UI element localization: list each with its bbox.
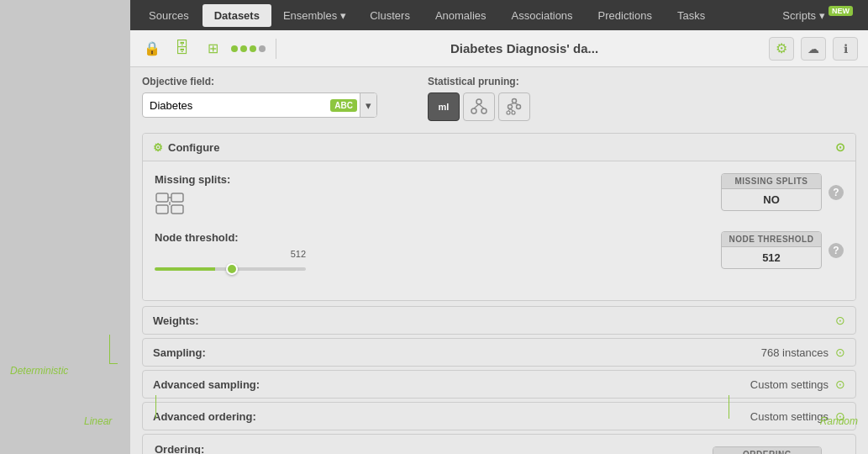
nav-item-clusters[interactable]: Clusters [358,4,422,27]
objective-field-container: ABC ▾ [142,92,377,118]
svg-line-11 [514,103,518,105]
nav-item-associations[interactable]: Associations [500,4,585,27]
sampling-chevron: ⊙ [835,346,845,359]
sampling-value: 768 instances [761,346,829,359]
dot-3 [250,45,256,52]
nav-item-datasets[interactable]: Datasets [203,4,271,27]
pruning-icon-1 [470,98,488,116]
lock-icon: 🔒 [140,37,164,61]
objective-dropdown-arrow[interactable]: ▾ [360,93,376,117]
pruning-tree2-button[interactable] [498,92,530,121]
advanced-ordering-chevron: ⊙ [835,409,845,423]
nav-item-tasks[interactable]: Tasks [665,4,717,27]
statistical-pruning-label: Statistical pruning: [428,76,530,87]
svg-rect-15 [171,193,183,202]
page-title: Diabetes Diagnosis' da... [287,41,762,55]
left-sidebar [0,0,130,454]
node-threshold-help[interactable]: ? [829,243,844,258]
svg-rect-17 [171,205,183,214]
missing-splits-icon [155,191,185,216]
nav-item-ensembles[interactable]: Ensembles ▾ [273,4,356,27]
advanced-sampling-row[interactable]: Advanced sampling: Custom settings ⊙ [142,370,856,399]
svg-point-9 [512,111,515,114]
svg-point-2 [481,108,487,114]
advanced-sampling-label: Advanced sampling: [153,378,260,391]
nav-item-predictions[interactable]: Predictions [587,4,664,27]
dot-2 [240,45,247,52]
configure-chevron[interactable]: ⊙ [835,140,845,154]
missing-splits-value: NO [722,189,821,210]
grid-icon[interactable]: ⊞ [201,37,224,61]
advanced-sampling-value: Custom settings [750,378,829,391]
svg-line-10 [510,103,514,105]
node-threshold-value: 512 [722,247,821,268]
objective-badge: ABC [330,99,357,112]
pruning-ml-button[interactable]: ml [428,92,460,121]
dot-4 [259,45,266,52]
weights-row[interactable]: Weights: ⊙ [142,306,856,335]
chevron-down-icon: ▾ [819,9,825,22]
missing-splits-box: MISSING SPLITS NO [721,173,822,211]
configure-gear-icon: ⚙ [153,141,163,154]
ordering-setting-label: ORDERING [713,447,821,454]
svg-point-7 [517,105,521,109]
ordering-label: Ordering: [155,443,276,454]
cloud-icon[interactable]: ☁ [801,37,826,61]
svg-point-8 [507,111,510,114]
pruning-icon-2 [505,98,523,116]
weights-chevron: ⊙ [835,314,845,327]
configure-label: Configure [168,141,219,154]
svg-point-1 [471,108,476,114]
svg-point-0 [476,99,481,104]
missing-splits-help[interactable]: ? [829,185,844,200]
svg-line-13 [510,109,513,112]
separator [276,39,276,59]
ordering-section: Ordering: [142,434,856,454]
missing-splits-label: Missing splits: [155,173,289,186]
nav-item-sources[interactable]: Sources [137,4,201,27]
svg-rect-14 [156,193,168,202]
svg-point-6 [508,105,513,109]
slider-value-display: 512 [155,249,306,259]
advanced-ordering-label: Advanced ordering: [153,410,256,423]
nav-item-anomalies[interactable]: Anomalies [423,4,498,27]
ordering-box: ORDERING Deterministic [713,446,822,454]
node-threshold-slider[interactable] [155,267,306,271]
dot-1 [231,45,238,52]
sampling-label: Sampling: [153,346,206,359]
svg-line-4 [479,104,484,108]
new-badge: NEW [829,6,853,16]
info-icon[interactable]: ℹ [833,37,858,61]
weights-label: Weights: [153,314,199,327]
missing-splits-setting-label: MISSING SPLITS [722,174,821,189]
chevron-down-icon: ▾ [340,9,346,22]
objective-field-input[interactable] [143,95,328,116]
node-threshold-label: Node threshold: [155,231,306,244]
sampling-row[interactable]: Sampling: 768 instances ⊙ [142,338,856,367]
svg-point-5 [513,99,517,103]
svg-line-12 [508,109,510,112]
scripts-button[interactable]: Scripts ▾ NEW [774,1,861,29]
pruning-tree-button[interactable] [463,92,495,121]
svg-line-3 [474,104,479,108]
svg-rect-16 [156,205,168,214]
settings-icon[interactable]: ⚙ [769,37,794,61]
node-threshold-setting-label: NODE THRESHOLD [722,232,821,247]
node-threshold-box: NODE THRESHOLD 512 [721,231,822,269]
database-icon[interactable]: 🗄 [171,37,194,61]
advanced-sampling-chevron: ⊙ [835,377,845,391]
advanced-ordering-row[interactable]: Advanced ordering: Custom settings ⊙ [142,402,856,430]
advanced-ordering-value: Custom settings [750,410,829,423]
objective-field-label: Objective field: [142,76,377,87]
configure-section-header[interactable]: ⚙ Configure ⊙ [143,134,855,161]
